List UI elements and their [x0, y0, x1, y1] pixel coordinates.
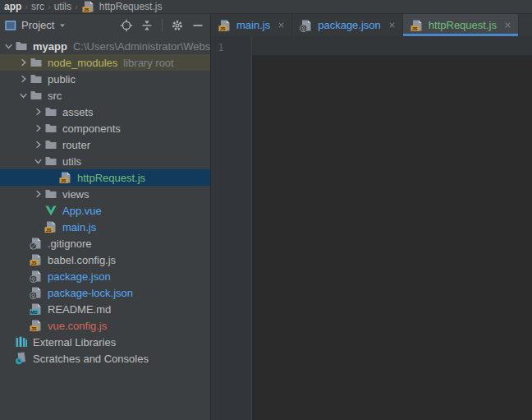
tree-item-detail: library root: [123, 57, 173, 69]
hide-panel-button[interactable]: [190, 18, 205, 33]
chevron-down-icon[interactable]: [17, 89, 30, 102]
svg-text:JS: JS: [31, 261, 37, 265]
svg-text:JS: JS: [83, 7, 89, 12]
locate-file-button[interactable]: [119, 18, 134, 33]
breadcrumb-item-httprequest-js[interactable]: httpRequest.js: [97, 1, 165, 12]
tree-item-httprequest-js[interactable]: JShttpRequest.js: [0, 169, 210, 186]
editor-area: JSmain.jspackage.jsonJShttpRequest.js 1: [211, 14, 532, 420]
tree-item-label: babel.config.js: [48, 254, 116, 266]
tree-item-label: myapp: [33, 40, 67, 53]
tree-item-package-json[interactable]: package.json: [0, 268, 210, 284]
tree-item-label: package-lock.json: [48, 287, 133, 299]
tree-item-label: main.js: [62, 221, 96, 233]
close-icon[interactable]: [277, 21, 286, 30]
tree-item-main-js[interactable]: JSmain.js: [0, 219, 210, 235]
tree-item-utils[interactable]: utils: [0, 153, 210, 169]
chevron-right-icon[interactable]: [32, 105, 44, 118]
tree-item-src[interactable]: src: [0, 87, 210, 104]
tree-item-scratches-and-consoles[interactable]: Scratches and Consoles: [0, 350, 210, 367]
tree-item-readme-md[interactable]: MDREADME.md: [0, 301, 210, 317]
locate-file-icon: [120, 19, 133, 32]
tree-item-package-lock-json[interactable]: package-lock.json: [0, 284, 210, 301]
tree-item-label: public: [48, 73, 76, 85]
breadcrumb-item-app[interactable]: app: [2, 1, 24, 12]
project-view-selector[interactable]: Project: [4, 19, 66, 32]
libraries-icon: [15, 335, 28, 348]
js-file-icon: JS: [410, 19, 424, 32]
breadcrumb-item-src[interactable]: src: [29, 1, 47, 12]
settings-gear-button[interactable]: [170, 18, 185, 33]
js-file-icon: JS: [82, 0, 95, 13]
chevron-right-icon[interactable]: [32, 122, 44, 135]
svg-text:JS: JS: [31, 326, 37, 331]
project-panel-title: Project: [21, 19, 54, 31]
tree-item-label: vue.config.js: [48, 320, 107, 332]
npm-file-icon: [30, 286, 43, 299]
md-file-icon: MD: [30, 302, 43, 316]
folder-icon: [44, 155, 57, 168]
project-panel-toolbar: [119, 18, 205, 33]
close-icon[interactable]: [503, 21, 512, 30]
tree-item-label: node_modules: [48, 57, 117, 69]
tree-item-label: Scratches and Consoles: [33, 353, 149, 365]
tree-item-label: assets: [62, 106, 94, 118]
tree-item-label: components: [62, 122, 121, 135]
chevron-down-icon[interactable]: [32, 155, 44, 168]
svg-text:JS: JS: [412, 25, 418, 30]
js-file-icon: JS: [30, 319, 43, 332]
tree-item-myapp[interactable]: myappC:\Users\Administrator\Webst: [0, 38, 210, 54]
tree-item-label: External Libraries: [33, 336, 116, 348]
editor-code-area[interactable]: [252, 36, 532, 420]
svg-text:JS: JS: [46, 228, 52, 233]
tree-item-gitignore[interactable]: .gitignore: [0, 235, 210, 252]
js-file-icon: JS: [218, 19, 232, 32]
project-tree: myappC:\Users\Administrator\Webstnode_mo…: [0, 36, 210, 420]
chevron-down-icon[interactable]: [2, 39, 15, 53]
tree-item-label: utils: [62, 155, 81, 168]
folder-icon: [15, 39, 28, 53]
tree-item-label: .gitignore: [48, 238, 91, 250]
tree-item-views[interactable]: views: [0, 186, 210, 202]
breadcrumb-separator-icon: ›: [74, 2, 79, 12]
tab-httprequest-js[interactable]: JShttpRequest.js: [403, 14, 519, 36]
tree-item-external-libraries[interactable]: External Libraries: [0, 334, 210, 350]
tree-item-label: package.json: [48, 270, 111, 283]
tree-item-app-vue[interactable]: App.vue: [0, 202, 210, 219]
folder-icon: [44, 122, 57, 135]
scratches-icon: [15, 352, 28, 365]
tree-item-public[interactable]: public: [0, 71, 210, 87]
collapse-all-button[interactable]: [140, 18, 154, 33]
folder-icon: [44, 138, 57, 151]
close-icon[interactable]: [388, 21, 397, 30]
breadcrumb: app›src›utils›JShttpRequest.js: [0, 0, 532, 14]
folder-icon: [30, 56, 43, 69]
tab-label: main.js: [236, 19, 270, 31]
tree-item-vue-config-js[interactable]: JSvue.config.js: [0, 317, 210, 334]
gitignore-file-icon: [30, 237, 43, 250]
chevron-right-icon[interactable]: [17, 72, 30, 85]
tree-item-label: README.md: [48, 303, 111, 316]
editor-tab-bar: JSmain.jspackage.jsonJShttpRequest.js: [211, 14, 532, 36]
settings-gear-icon: [171, 19, 184, 32]
chevron-right-icon[interactable]: [17, 56, 30, 69]
breadcrumb-item-utils[interactable]: utils: [52, 1, 74, 12]
tab-main-js[interactable]: JSmain.js: [211, 14, 292, 36]
chevron-right-icon[interactable]: [32, 138, 44, 151]
tab-package-json[interactable]: package.json: [292, 14, 403, 36]
chevron-right-icon[interactable]: [32, 187, 44, 201]
tree-item-components[interactable]: components: [0, 120, 210, 136]
tree-item-assets[interactable]: assets: [0, 104, 210, 120]
current-line-highlight: [252, 36, 532, 55]
editor-body: 1: [211, 36, 532, 420]
tree-item-babel-config-js[interactable]: JSbabel.config.js: [0, 252, 210, 268]
toolbar-divider: [162, 19, 163, 31]
tree-item-detail: C:\Users\Administrator\Webst: [73, 40, 210, 53]
project-tool-window: Project myappC:\Users\Administrator\Webs…: [0, 14, 211, 420]
svg-text:MD: MD: [30, 310, 37, 315]
tree-item-label: src: [48, 90, 62, 102]
tree-item-label: views: [62, 188, 89, 201]
tree-item-label: router: [62, 139, 90, 151]
tree-item-label: httpRequest.js: [77, 172, 145, 184]
tree-item-node-modules[interactable]: node_moduleslibrary root: [0, 54, 210, 71]
tree-item-router[interactable]: router: [0, 136, 210, 153]
